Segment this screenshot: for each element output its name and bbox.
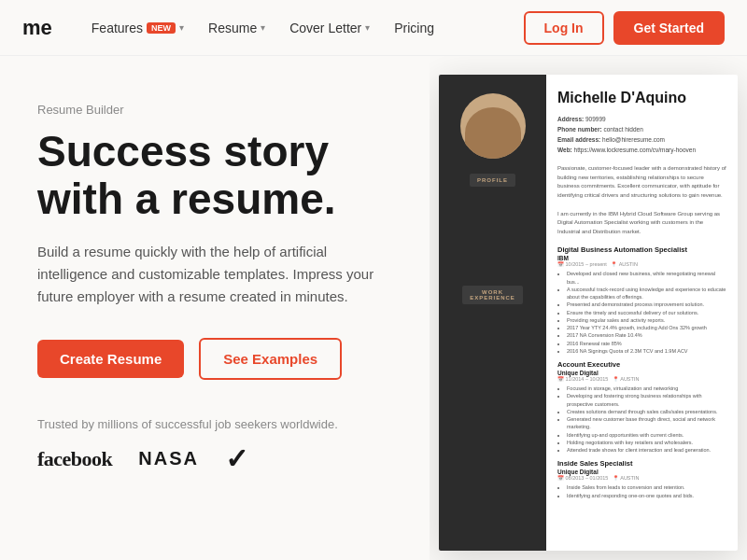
job-2-meta: 📅 11/2014 – 10/2015 📍 AUSTIN: [557, 376, 726, 382]
nasa-logo: NASA: [138, 448, 199, 469]
bullet: 2016 Renewal rate 85%: [567, 340, 726, 347]
nav-features[interactable]: Features NEW ▾: [82, 15, 193, 41]
hero-section: Resume Builder Success story with a resu…: [0, 56, 430, 560]
resume-contact: Address: 909999 Phone number: contact hi…: [557, 114, 726, 155]
bullet: Attended trade shows for client interact…: [567, 446, 726, 454]
job-3-title: Inside Sales Specialist: [557, 459, 726, 468]
profile-section-label: PROFILE: [470, 174, 515, 187]
job-3-bullets: Inside Sales from leads to conversion an…: [557, 483, 726, 499]
bullet: 2017 NA Conversion Rate 10.4%: [567, 331, 726, 339]
job-1-title: Digital Business Automation Specialist: [557, 245, 726, 254]
resume-chevron-icon: ▾: [261, 22, 265, 33]
logo[interactable]: me: [22, 16, 52, 40]
bullet: Developed and closed new business, while…: [567, 270, 726, 286]
login-button[interactable]: Log In: [524, 11, 604, 45]
facebook-logo: facebook: [37, 447, 112, 471]
see-examples-button[interactable]: See Examples: [199, 338, 342, 380]
cta-buttons: Create Resume See Examples: [37, 338, 392, 380]
resume-bio: Passionate, customer-focused leader with…: [557, 164, 726, 200]
resume-preview: PROFILE WORKEXPERIENCE Michelle D'Aquino…: [439, 75, 738, 551]
bullet: 2017 Year YTY 24.4% growth, including Ad…: [567, 324, 726, 331]
job-2-bullets: Focused in storage, virtualization and n…: [557, 385, 726, 454]
resume-bio2: I am currently in the IBM Hybrid Cloud S…: [557, 210, 726, 237]
nav-cover-letter[interactable]: Cover Letter ▾: [280, 15, 379, 41]
signup-button[interactable]: Get Started: [613, 11, 725, 45]
header: me Features NEW ▾ Resume ▾ Cover Letter …: [0, 0, 747, 56]
social-proof: Trusted by millions of successful job se…: [37, 417, 392, 475]
company-logos: facebook NASA ✓: [37, 442, 392, 475]
nav-features-label: Features: [92, 21, 143, 35]
avatar-image: [465, 107, 521, 159]
hero-subtitle: Resume Builder: [37, 103, 392, 117]
bullet: Presented and demonstrated process impro…: [567, 301, 726, 308]
headline-line2: with a resume.: [37, 175, 336, 223]
bullet: A successful track-record using knowledg…: [567, 286, 726, 301]
nav-cover-letter-label: Cover Letter: [289, 21, 361, 35]
resume-avatar: [460, 93, 526, 159]
bullet: Developing and fostering strong business…: [567, 392, 726, 408]
jobs-section: Digital Business Automation Specialist I…: [557, 245, 726, 499]
bullet: 2016 NA Signings Quota of 2.3M TCV and 1…: [567, 347, 726, 355]
job-2: Account Executive Unique Digital 📅 11/20…: [557, 360, 726, 454]
new-badge: NEW: [147, 22, 176, 34]
features-chevron-icon: ▾: [179, 22, 184, 33]
bullet: Creates solutions demand through sales c…: [567, 408, 726, 415]
main-content: Resume Builder Success story with a resu…: [0, 56, 747, 560]
resume-name: Michelle D'Aquino: [557, 90, 726, 106]
job-1: Digital Business Automation Specialist I…: [557, 245, 726, 355]
resume-preview-panel: PROFILE WORKEXPERIENCE Michelle D'Aquino…: [430, 56, 747, 560]
navigation: Features NEW ▾ Resume ▾ Cover Letter ▾ P…: [82, 15, 524, 41]
nike-logo: ✓: [225, 442, 248, 475]
nav-resume-label: Resume: [208, 21, 257, 35]
nav-pricing-label: Pricing: [394, 21, 434, 35]
nav-resume[interactable]: Resume ▾: [199, 15, 275, 41]
bullet: Focused in storage, virtualization and n…: [567, 385, 726, 392]
job-1-meta: 📅 10/2015 – present 📍 AUSTIN: [557, 261, 726, 267]
job-2-title: Account Executive: [557, 360, 726, 369]
job-3: Inside Sales Specialist Unique Digital 📅…: [557, 459, 726, 499]
bullet: Ensure the timely and successful deliver…: [567, 309, 726, 316]
nav-pricing[interactable]: Pricing: [385, 15, 444, 41]
job-3-meta: 📅 08/2013 – 01/2015 📍 AUSTIN: [557, 475, 726, 481]
bullet: Identifying and responding one-on-one qu…: [567, 492, 726, 499]
headline-line1: Success story: [37, 127, 329, 175]
bullet: Generated new customer base through dire…: [567, 415, 726, 431]
resume-sidebar: PROFILE WORKEXPERIENCE: [439, 75, 546, 551]
bullet: Inside Sales from leads to conversion an…: [567, 483, 726, 491]
resume-main-content: Michelle D'Aquino Address: 909999 Phone …: [546, 75, 738, 551]
hero-description: Build a resume quickly with the help of …: [37, 241, 392, 308]
header-actions: Log In Get Started: [524, 11, 725, 45]
work-experience-section-label: WORKEXPERIENCE: [462, 286, 523, 304]
create-resume-button[interactable]: Create Resume: [37, 340, 184, 378]
bullet: Providing regular sales and activity rep…: [567, 316, 726, 324]
bullet: Identifying up-and opportunities with cu…: [567, 431, 726, 439]
hero-headline: Success story with a resume.: [37, 128, 392, 222]
cover-letter-chevron-icon: ▾: [365, 22, 370, 33]
social-proof-text: Trusted by millions of successful job se…: [37, 417, 392, 431]
bullet: Holding negotiations with key retailers …: [567, 439, 726, 446]
job-1-bullets: Developed and closed new business, while…: [557, 270, 726, 355]
